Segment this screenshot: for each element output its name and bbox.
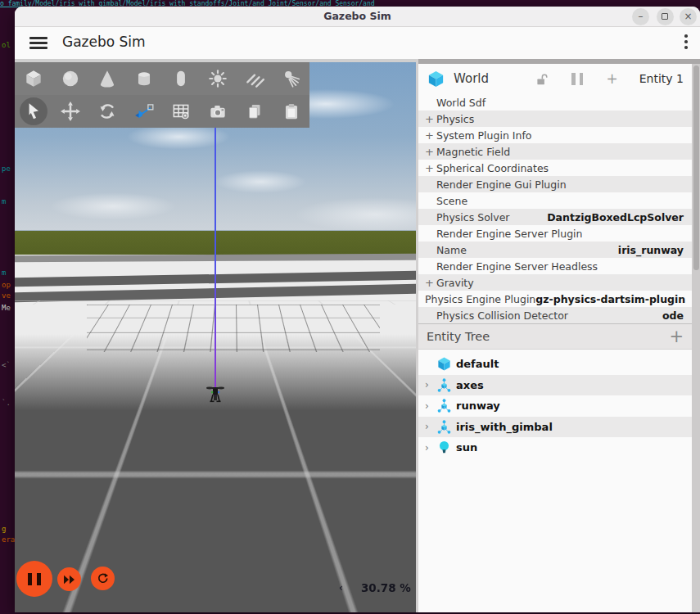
iris-drone-model[interactable] (205, 381, 226, 409)
component-row[interactable]: Physics Engine Plugingz-physics-dartsim-… (418, 291, 692, 307)
pause-updates-button[interactable] (570, 73, 585, 85)
component-row[interactable]: +Gravity (418, 274, 692, 291)
viewport-toolbar (15, 62, 309, 128)
component-row[interactable]: Render Engine Server Headless (418, 258, 692, 274)
minimize-button[interactable]: – (632, 8, 649, 25)
expand-plus-icon[interactable]: + (425, 277, 436, 289)
component-row[interactable]: World Sdf (418, 94, 692, 111)
expand-chevron-icon[interactable]: › (425, 400, 436, 412)
terminal-fragment: era (2, 535, 15, 544)
component-label: Render Engine Server Headless (436, 260, 598, 273)
scrollbar-thumb[interactable] (693, 65, 699, 270)
component-row[interactable]: Physics Collision Detectorode (418, 307, 692, 323)
entity-label: Entity 1 (639, 72, 684, 85)
point-light-icon (207, 68, 228, 89)
component-list: World Sdf +Physics +System Plugin Info +… (418, 94, 692, 323)
component-label: World Sdf (436, 97, 485, 109)
terminal-fragment: g (2, 525, 6, 533)
unlock-icon (535, 72, 549, 86)
fast-forward-icon (63, 575, 75, 585)
maximize-button[interactable] (657, 8, 674, 25)
terminal-fragment: m (2, 197, 6, 205)
component-label: Physics Engine Plugin (425, 293, 535, 305)
step-forward-button[interactable] (57, 567, 81, 591)
component-row[interactable]: +System Plugin Info (418, 127, 692, 143)
spot-light-button[interactable] (273, 62, 309, 95)
title-bar[interactable]: Gazebo Sim – × (15, 7, 700, 27)
component-value: ode (568, 309, 684, 322)
component-row[interactable]: +Spherical Coordinates (418, 160, 692, 176)
spot-light-icon (281, 68, 302, 89)
component-value: DantzigBoxedLcpSolver (509, 211, 684, 223)
kebab-menu-icon[interactable] (684, 34, 689, 52)
expand-plus-icon[interactable]: + (425, 162, 436, 174)
capsule-tool-button[interactable] (162, 62, 199, 95)
grid-tool-button[interactable] (162, 95, 199, 128)
component-label: Scene (436, 195, 467, 207)
screenshot-tool-button[interactable] (199, 95, 236, 128)
cylinder-tool-button[interactable] (125, 62, 162, 95)
tree-item-label: iris_with_gimbal (456, 421, 553, 433)
expand-plus-icon[interactable]: + (425, 129, 436, 142)
add-component-button[interactable]: + (607, 70, 618, 87)
select-tool-button[interactable] (15, 95, 52, 128)
tree-item-default[interactable]: default (418, 354, 692, 375)
hamburger-menu-icon[interactable] (29, 37, 47, 49)
tree-item-axes[interactable]: › axes (418, 375, 692, 396)
component-label: Physics (436, 113, 474, 125)
rotate-tool-button[interactable] (88, 95, 125, 128)
app-title: Gazebo Sim (62, 34, 146, 50)
toolbar-row-tools (15, 95, 309, 128)
translate-tool-button[interactable] (52, 95, 88, 128)
align-tool-button[interactable] (125, 95, 162, 128)
component-row[interactable]: Render Engine Server Plugin (418, 225, 692, 242)
3d-viewport[interactable]: ‹ 30.78 % (15, 59, 416, 612)
directional-light-button[interactable] (236, 62, 273, 95)
rtf-display[interactable]: ‹ 30.78 % (339, 581, 411, 594)
cone-icon (97, 68, 118, 89)
tree-item-sun[interactable]: › sun (418, 437, 692, 458)
component-label: Gravity (436, 277, 474, 289)
pause-button[interactable] (16, 561, 52, 597)
expand-chevron-icon[interactable]: › (425, 379, 436, 391)
directional-light-icon (244, 68, 265, 89)
toolbar-row-shapes (15, 62, 309, 95)
point-light-button[interactable] (199, 62, 236, 95)
component-row[interactable]: Render Engine Gui Plugin (418, 176, 692, 192)
component-label: Spherical Coordinates (436, 162, 549, 174)
terminal-fragment: <` (2, 361, 11, 369)
component-row[interactable]: Nameiris_runway (418, 242, 692, 258)
cone-tool-button[interactable] (88, 62, 125, 95)
expand-plus-icon[interactable]: + (425, 146, 436, 158)
cube-tool-button[interactable] (15, 62, 52, 95)
light-bulb-icon (436, 440, 456, 455)
component-value: iris_runway (467, 244, 684, 256)
tree-item-runway[interactable]: › runway (418, 395, 692, 417)
component-row[interactable]: +Magnetic Field (418, 143, 692, 160)
lock-button[interactable] (535, 72, 549, 86)
sphere-tool-button[interactable] (52, 62, 88, 95)
tree-item-iris-with-gimbal[interactable]: › iris_with_gimbal (418, 417, 692, 438)
paste-icon (281, 101, 302, 122)
component-row[interactable]: Physics SolverDantzigBoxedLcpSolver (418, 209, 692, 225)
tree-item-label: axes (456, 379, 484, 391)
panel-scrollbar[interactable] (692, 64, 700, 612)
inspector-title: World (454, 71, 489, 86)
rtf-expand-chevron-icon[interactable]: ‹ (339, 582, 343, 594)
copy-tool-button[interactable] (236, 95, 273, 128)
component-row[interactable]: Scene (418, 192, 692, 209)
close-button[interactable]: × (680, 8, 697, 25)
expand-chevron-icon[interactable]: › (425, 421, 436, 432)
model-icon (436, 419, 456, 435)
expand-chevron-icon[interactable]: › (425, 442, 436, 454)
expand-plus-icon[interactable]: + (425, 113, 436, 125)
component-row[interactable]: +Physics (418, 111, 692, 127)
component-label: Physics Collision Detector (436, 309, 568, 322)
menu-bar: Gazebo Sim (15, 27, 700, 59)
paste-tool-button[interactable] (273, 95, 309, 128)
add-entity-button[interactable]: + (669, 327, 684, 346)
model-icon (436, 398, 456, 413)
reset-button[interactable] (91, 567, 115, 590)
tree-item-label: runway (456, 400, 500, 412)
pause-icon (28, 573, 32, 585)
